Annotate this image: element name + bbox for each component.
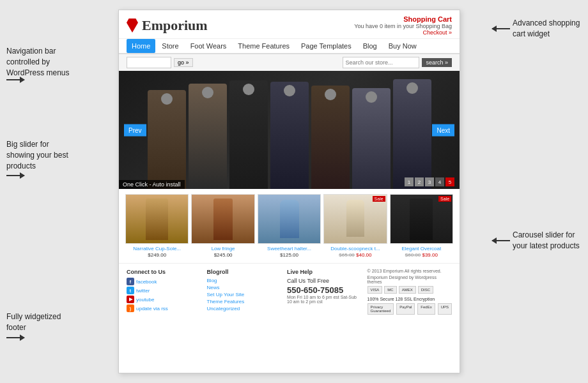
- product-card-5[interactable]: Sale Elegant Overcoat $60.00 $39.00: [390, 194, 453, 258]
- site-box: Emporium Shopping Cart You have 0 item i…: [118, 10, 460, 373]
- logo-icon: [127, 19, 138, 33]
- nav-item-pagetemplates[interactable]: Page Templates: [296, 39, 357, 53]
- page-wrapper: Navigation bar controlled by WordPress m…: [0, 0, 588, 383]
- slider-dot-3[interactable]: 3: [425, 177, 434, 186]
- trust-ups: UPS: [438, 303, 452, 315]
- nav-item-store[interactable]: Store: [157, 39, 183, 53]
- site-footer: Connect to Us f facebook t twitter ▶ you…: [119, 264, 460, 320]
- slider-dot-4[interactable]: 4: [435, 177, 444, 186]
- carousel-annotation: Carousel slider for your latest products: [492, 230, 583, 252]
- footer-link-blog[interactable]: Blog: [207, 278, 282, 283]
- nav-annotation-text: Navigation bar controlled by WordPress m…: [6, 46, 77, 78]
- footer-link-setup[interactable]: Set Up Your Site: [207, 292, 282, 297]
- small-search-input[interactable]: [127, 57, 171, 68]
- product-image-3: [258, 194, 321, 244]
- youtube-icon: ▶: [127, 296, 134, 303]
- product-image-4: Sale: [323, 194, 387, 244]
- rss-icon: ): [127, 304, 134, 312]
- footer-rss[interactable]: ) update via rss: [127, 304, 202, 312]
- figure-6: [352, 88, 391, 189]
- product-name-2: Low fringe: [191, 246, 254, 252]
- footer-col-copyright: © 2013 Emporium All rights reserved. Emp…: [368, 269, 452, 315]
- go-button[interactable]: go »: [174, 58, 193, 67]
- slider-next-button[interactable]: Next: [432, 124, 454, 136]
- slider-caption: One Click - Auto install: [119, 180, 185, 189]
- product-card-2[interactable]: Low fringe $245.00: [191, 194, 254, 258]
- product-card-1[interactable]: Narrative Cup-Sole... $249.00: [125, 194, 189, 258]
- footer-facebook[interactable]: f facebook: [127, 278, 202, 285]
- search-button[interactable]: search »: [422, 58, 452, 67]
- nav-item-home[interactable]: Home: [127, 39, 155, 53]
- slider-prev-button[interactable]: Prev: [124, 124, 146, 136]
- footer-link-uncategorized[interactable]: Uncategorized: [207, 306, 282, 312]
- main-search-input[interactable]: [343, 57, 419, 68]
- footer-col1-title: Connect to Us: [127, 269, 202, 275]
- product-price-3: $125.00: [258, 252, 321, 258]
- footer-trust-badges: VISA MC AMEX DISC 100% Secure 128 SSL En…: [368, 286, 452, 301]
- footer-youtube[interactable]: ▶ youtube: [127, 296, 202, 303]
- rss-label: update via rss: [136, 306, 168, 312]
- product-price-1: $249.00: [125, 252, 189, 258]
- sale-badge-5: Sale: [438, 196, 451, 202]
- product-card-4[interactable]: Sale Double-scoopneck t... $65.00 $40.00: [323, 194, 387, 258]
- trust-visa: VISA: [368, 286, 383, 294]
- footer-link-themefeatures[interactable]: Theme Features: [207, 299, 282, 304]
- product-name-3: Sweetheart halter...: [258, 246, 321, 252]
- nav-item-blog[interactable]: Blog: [358, 39, 382, 53]
- product-image-1: [125, 194, 189, 244]
- footer-twitter[interactable]: t twitter: [127, 287, 202, 294]
- sale-badge-4: Sale: [373, 196, 385, 202]
- site-nav: Home Store Foot Wears Theme Features Pag…: [119, 39, 460, 54]
- search-left: go »: [127, 57, 193, 68]
- footer-col3-title: Live Help: [287, 269, 362, 275]
- logo-text: Emporium: [142, 17, 208, 34]
- cart-title: Shopping Cart: [354, 15, 452, 23]
- slider-dot-5[interactable]: 5: [445, 177, 454, 186]
- trust-paypal: PayPal: [396, 303, 415, 315]
- footer-designed: Emporium Designed by Wordpress themes: [368, 275, 452, 284]
- hero-image: [119, 71, 460, 189]
- product-image-5: Sale: [390, 194, 453, 244]
- search-right: search »: [343, 57, 452, 68]
- phone-hours: Mon Fri 10 am to 6 pm est Sat-Sub 10 am …: [287, 295, 362, 304]
- trust-privacy: Privacy Guaranteed: [368, 303, 394, 315]
- cart-annotation-text: Advanced shopping cart widget: [513, 18, 583, 40]
- footer-arrow: [6, 337, 24, 338]
- slider-dot-1[interactable]: 1: [405, 177, 414, 186]
- carousel-arrow: [492, 240, 510, 241]
- twitter-icon: t: [127, 287, 134, 294]
- site-header: Emporium Shopping Cart You have 0 item i…: [119, 10, 460, 39]
- product-card-3[interactable]: Sweetheart halter... $125.00: [258, 194, 321, 258]
- products-carousel: Narrative Cup-Sole... $249.00 Low fringe…: [119, 189, 460, 264]
- slider-annotation-text: Big slider for showing your best product…: [6, 139, 77, 171]
- slider-dot-2[interactable]: 2: [415, 177, 424, 186]
- nav-arrow: [6, 79, 24, 80]
- price-old-4: $65.00: [339, 252, 354, 258]
- fashion-figures: [119, 71, 460, 189]
- nav-item-footwears[interactable]: Foot Wears: [185, 39, 232, 53]
- product-name-5: Elegant Overcoat: [390, 246, 453, 252]
- footer-annotation-text: Fully widgetized footer: [6, 312, 77, 333]
- site-logo: Emporium: [127, 17, 208, 34]
- cart-widget: Shopping Cart You have 0 item in your Sh…: [354, 15, 452, 36]
- footer-copyright: © 2013 Emporium All rights reserved.: [368, 269, 452, 273]
- youtube-label: youtube: [136, 297, 154, 303]
- nav-item-themefeatures[interactable]: Theme Features: [233, 39, 295, 53]
- annotations-left: Navigation bar controlled by WordPress m…: [0, 0, 118, 383]
- cart-checkout-link[interactable]: Checkout »: [354, 29, 452, 36]
- phone-number: 550-650-75085: [287, 285, 362, 295]
- footer-col-blogroll: Blogroll Blog News Set Up Your Site Them…: [207, 269, 282, 315]
- footer-link-news[interactable]: News: [207, 285, 282, 290]
- product-name-4: Double-scoopneck t...: [323, 246, 387, 252]
- footer-col2-title: Blogroll: [207, 269, 282, 275]
- trust-amex: AMEX: [399, 286, 416, 294]
- facebook-label: facebook: [136, 279, 157, 285]
- nav-item-buynow[interactable]: Buy Now: [383, 39, 422, 53]
- product-price-4: $65.00 $40.00: [323, 252, 387, 258]
- footer-col-livehelp: Live Help Call Us Toll Free 550-650-7508…: [287, 269, 362, 315]
- figure-2: [189, 84, 227, 189]
- slider-arrow: [6, 175, 24, 176]
- annotations-right: Advanced shopping cart widget Carousel s…: [470, 0, 588, 383]
- slider-annotation: Big slider for showing your best product…: [6, 139, 77, 176]
- slider-dots: 1 2 3 4 5: [405, 177, 454, 186]
